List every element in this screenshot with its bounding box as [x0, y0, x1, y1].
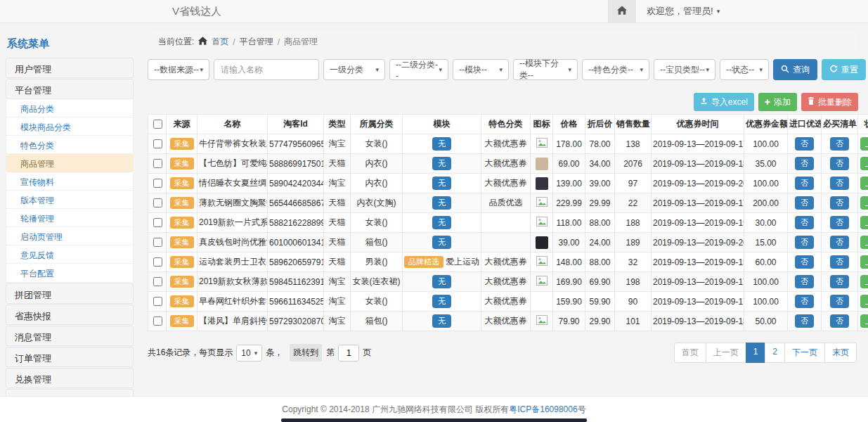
status-badge[interactable]: 上架: [860, 137, 868, 151]
must-buy-toggle[interactable]: 否: [830, 236, 849, 249]
module-badge[interactable]: 无: [432, 275, 451, 288]
import-pick-toggle[interactable]: 否: [795, 255, 814, 269]
import-pick-toggle[interactable]: 否: [795, 137, 814, 151]
must-buy-toggle[interactable]: 否: [830, 177, 849, 190]
module-badge[interactable]: 无: [432, 216, 451, 229]
sidebar-subitem[interactable]: 启动页管理: [6, 227, 133, 245]
sidebar-group-header[interactable]: 用户管理: [6, 58, 134, 78]
sidebar-group-header[interactable]: 平台管理: [6, 79, 134, 99]
status-badge[interactable]: 上架: [860, 177, 868, 190]
select-all-checkbox[interactable]: [153, 120, 162, 129]
broken-image-icon: [536, 278, 548, 288]
import-pick-toggle[interactable]: 否: [795, 295, 814, 308]
row-checkbox[interactable]: [153, 316, 162, 326]
pager-button[interactable]: 末页: [824, 343, 857, 363]
filter-select[interactable]: --模块下分类--▾: [513, 59, 578, 80]
module-badge[interactable]: 无: [432, 196, 451, 210]
coupon-amount-cell: 100.00: [744, 292, 788, 312]
status-badge[interactable]: 上架: [860, 314, 868, 328]
module-badge[interactable]: 无: [432, 236, 451, 249]
must-buy-toggle[interactable]: 否: [830, 157, 849, 170]
status-badge[interactable]: 上架: [860, 295, 868, 308]
must-buy-toggle[interactable]: 否: [830, 255, 849, 269]
filter-select[interactable]: --特色分类--▾: [582, 59, 649, 80]
row-checkbox[interactable]: [153, 277, 162, 286]
user-menu[interactable]: 欢迎您，管理员! ▾: [647, 0, 720, 23]
status-badge[interactable]: 上架: [860, 216, 868, 229]
icp-link[interactable]: 粤ICP备16098006号: [509, 404, 585, 416]
must-buy-cell: 否: [822, 134, 858, 154]
filter-select[interactable]: --状态--▾: [720, 59, 769, 80]
module-badge[interactable]: 无: [432, 157, 451, 170]
sidebar-group: 消息管理: [6, 326, 134, 346]
import-pick-toggle[interactable]: 否: [795, 236, 814, 249]
import-excel-button[interactable]: 导入excel: [694, 93, 754, 111]
bottom-scrollbar[interactable]: [281, 418, 587, 422]
module-badge[interactable]: 无: [432, 137, 451, 151]
column-header: 来源: [167, 115, 197, 134]
sidebar-group-header[interactable]: 兑换管理: [6, 368, 134, 388]
import-pick-toggle[interactable]: 否: [795, 157, 814, 170]
source-cell: 采集: [167, 272, 197, 292]
bulk-delete-button[interactable]: 批量删除: [801, 93, 858, 111]
sidebar-subitem[interactable]: 模块商品分类: [6, 117, 133, 136]
add-button[interactable]: + 添加: [758, 93, 797, 111]
row-checkbox[interactable]: [153, 139, 162, 148]
module-badge[interactable]: 无: [432, 177, 451, 190]
must-buy-toggle[interactable]: 否: [830, 137, 849, 151]
row-checkbox[interactable]: [153, 159, 162, 168]
status-badge[interactable]: 上架: [860, 196, 868, 210]
filter-select[interactable]: --二级分类--▾: [389, 59, 448, 80]
sidebar-subitem[interactable]: 意见反馈: [6, 245, 133, 264]
sidebar-subitem[interactable]: 版本管理: [6, 191, 133, 209]
row-checkbox[interactable]: [153, 257, 162, 267]
sidebar-group-header[interactable]: 省惠快报: [6, 305, 134, 325]
module-badge[interactable]: 品牌精选: [404, 256, 443, 268]
must-buy-toggle[interactable]: 否: [830, 216, 849, 229]
import-pick-toggle[interactable]: 否: [795, 275, 814, 288]
sidebar-group-header[interactable]: 订单管理: [6, 347, 134, 367]
sidebar-subitem[interactable]: 商品管理: [6, 154, 133, 172]
must-buy-toggle[interactable]: 否: [830, 314, 849, 328]
jump-page-input[interactable]: [338, 345, 359, 362]
name-filter-input[interactable]: [214, 59, 319, 80]
filter-select[interactable]: --宝贝类型--▾: [654, 59, 715, 80]
row-checkbox[interactable]: [153, 218, 162, 227]
sidebar-subitem[interactable]: 商品分类: [6, 99, 133, 117]
per-page-select[interactable]: 10 ▾: [236, 345, 262, 362]
must-buy-toggle[interactable]: 否: [830, 275, 849, 288]
module-badge[interactable]: 无: [432, 295, 451, 308]
module-badge[interactable]: 无: [432, 314, 451, 328]
pager-button[interactable]: 1: [746, 343, 766, 363]
pager-button[interactable]: 2: [765, 343, 785, 363]
status-badge[interactable]: 上架: [860, 275, 868, 288]
status-badge[interactable]: 上架: [860, 157, 868, 170]
sidebar-subitem[interactable]: 平台配置: [6, 264, 133, 282]
row-checkbox[interactable]: [153, 179, 162, 188]
filter-select[interactable]: --模块--▾: [453, 59, 509, 80]
sidebar-subitem[interactable]: 特色分类: [6, 136, 133, 154]
sidebar-group-header[interactable]: 消息管理: [6, 326, 134, 346]
breadcrumb-home-link[interactable]: 首页: [212, 36, 228, 48]
must-buy-toggle[interactable]: 否: [830, 196, 849, 210]
import-pick-toggle[interactable]: 否: [795, 177, 814, 190]
pager-button[interactable]: 下一页: [784, 343, 825, 363]
search-button[interactable]: 查询: [773, 59, 817, 80]
sidebar-group-header[interactable]: 拼团管理: [6, 283, 134, 304]
reset-button[interactable]: 重置: [822, 59, 866, 80]
home-button[interactable]: [608, 0, 636, 23]
status-badge[interactable]: 上架: [860, 236, 868, 249]
status-badge[interactable]: 上架: [860, 255, 868, 269]
import-pick-toggle[interactable]: 否: [795, 314, 814, 328]
row-checkbox[interactable]: [153, 238, 162, 247]
filter-select[interactable]: 一级分类▾: [323, 59, 385, 80]
row-checkbox[interactable]: [153, 198, 162, 207]
filter-select[interactable]: --数据来源--▾: [148, 59, 209, 80]
module-cell: 无: [403, 134, 481, 154]
sidebar-subitem[interactable]: 宣传物料: [6, 172, 133, 191]
import-pick-toggle[interactable]: 否: [795, 196, 814, 210]
import-pick-toggle[interactable]: 否: [795, 216, 814, 229]
must-buy-toggle[interactable]: 否: [830, 295, 849, 308]
sidebar-subitem[interactable]: 轮播管理: [6, 209, 133, 227]
row-checkbox[interactable]: [153, 297, 162, 306]
